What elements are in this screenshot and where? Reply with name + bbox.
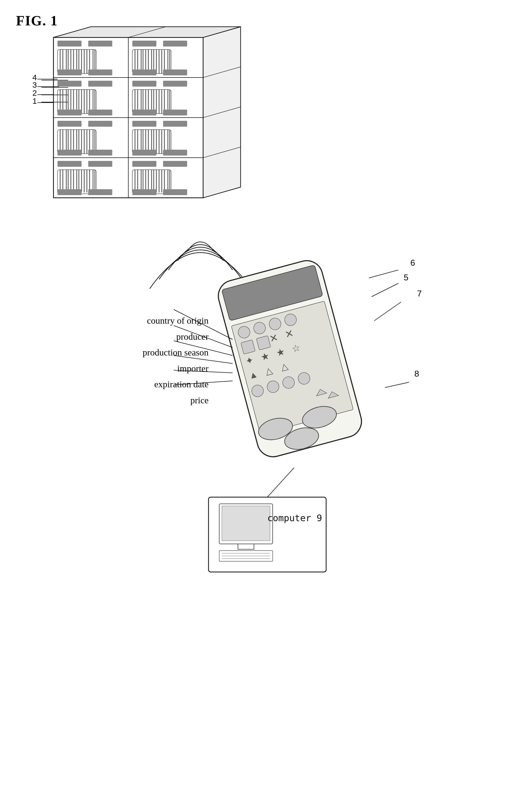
svg-rect-148 [88,189,112,195]
svg-rect-33 [57,69,82,76]
label-production-season: production season [75,345,208,360]
svg-text:☆: ☆ [290,342,301,354]
svg-text:▲: ▲ [248,369,259,381]
svg-rect-131 [88,161,112,167]
label-country-of-origin: country of origin [75,313,208,329]
svg-point-177 [268,317,282,331]
svg-rect-55 [88,81,112,87]
svg-rect-74 [163,81,187,87]
svg-rect-179 [241,340,255,354]
svg-line-10 [203,27,240,37]
computer-label: computer 9 [267,513,322,523]
label-producer: producer [75,329,208,345]
svg-rect-109 [57,150,82,155]
svg-rect-167 [163,189,187,195]
label-expiration-date: expiration date [75,376,208,393]
svg-rect-37 [132,50,171,74]
svg-rect-56 [57,90,96,114]
svg-point-190 [251,384,265,398]
svg-rect-75 [132,90,171,114]
svg-point-196 [256,414,295,443]
svg-text:★: ★ [260,350,270,363]
svg-line-12 [203,107,240,118]
svg-point-198 [282,424,321,453]
svg-rect-213 [219,551,273,561]
svg-rect-16 [57,40,82,47]
svg-line-15 [128,27,166,37]
svg-rect-211 [222,506,270,541]
svg-line-208 [385,382,409,387]
svg-line-207 [374,302,401,321]
svg-rect-147 [57,189,82,195]
page: FIG. 1 [0,0,513,812]
svg-rect-212 [238,544,254,549]
svg-point-191 [266,380,280,394]
svg-rect-35 [132,40,156,47]
svg-rect-91 [163,110,187,115]
label-importer: importer [75,360,208,377]
svg-point-193 [297,371,311,386]
svg-rect-174 [231,301,353,434]
svg-rect-149 [132,161,156,167]
svg-line-217 [267,468,294,497]
svg-rect-52 [132,69,156,76]
svg-rect-72 [88,110,112,115]
svg-rect-54 [57,81,82,87]
svg-rect-151 [132,170,171,194]
svg-point-197 [300,403,339,431]
svg-rect-110 [88,150,112,155]
ref-7-label: 7 [417,289,422,298]
svg-text:△: △ [280,361,289,372]
svg-rect-71 [57,110,82,115]
svg-rect-172 [215,257,365,460]
svg-rect-173 [222,265,323,321]
svg-point-178 [283,313,298,327]
svg-rect-150 [163,161,187,167]
ref-1-label: 1 [32,96,37,105]
svg-point-176 [252,321,267,336]
svg-text:△: △ [264,365,274,377]
svg-rect-210 [219,504,273,544]
svg-marker-9 [203,27,240,198]
svg-line-13 [203,147,240,158]
svg-rect-90 [132,110,156,115]
svg-rect-4 [54,37,203,198]
svg-rect-111 [132,121,156,127]
svg-rect-129 [163,150,187,155]
ref-2-label: 2 [32,88,37,97]
svg-rect-94 [57,129,96,154]
svg-rect-73 [132,81,156,87]
svg-rect-128 [132,150,156,155]
svg-rect-34 [88,69,112,76]
label-price: price [75,393,208,408]
ref-6-label: 6 [410,258,415,268]
svg-line-205 [369,270,398,278]
svg-rect-166 [132,189,156,195]
svg-rect-18 [57,50,96,74]
svg-line-11 [203,67,240,78]
svg-rect-112 [163,121,187,127]
ref-4-label: 4 [32,73,37,82]
svg-marker-194 [315,388,327,396]
svg-rect-209 [208,497,326,572]
svg-rect-53 [163,69,187,76]
svg-rect-132 [57,170,96,194]
svg-point-175 [237,325,251,340]
svg-text:✦: ✦ [244,354,255,367]
svg-text:✕: ✕ [284,327,295,341]
svg-text:✕: ✕ [268,332,280,345]
svg-marker-195 [327,390,338,398]
svg-rect-113 [132,129,171,154]
device-labels-container: country of origin producer production se… [75,313,208,408]
svg-point-192 [281,375,296,390]
svg-text:★: ★ [275,346,286,359]
svg-rect-93 [88,121,112,127]
svg-rect-130 [57,161,82,167]
ref-5-label: 5 [404,272,408,283]
svg-line-206 [372,283,398,297]
figure-label: FIG. 1 [16,13,58,29]
svg-rect-180 [256,336,271,350]
svg-rect-17 [88,40,112,47]
ref-3-label: 3 [32,81,37,89]
ref-8-label: 8 [415,369,419,379]
